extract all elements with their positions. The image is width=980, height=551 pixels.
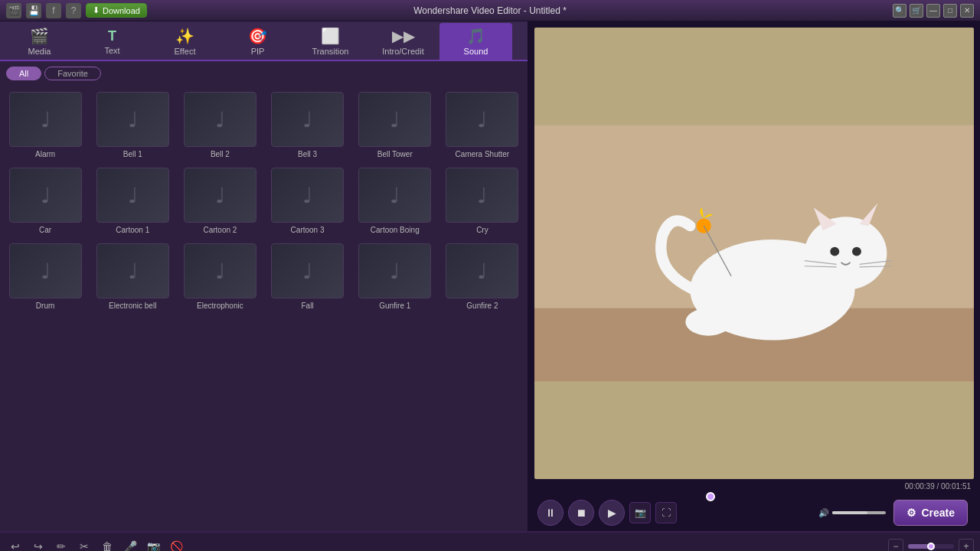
zoom-in-button[interactable]: +	[959, 539, 974, 552]
tab-sound[interactable]: 🎵 Sound	[439, 23, 512, 60]
sound-item-camera-shutter[interactable]: ♩ Camera Shutter	[440, 89, 524, 161]
sound-item-cry[interactable]: ♩ Cry	[440, 165, 524, 237]
sound-thumb: ♩	[446, 92, 518, 147]
app-title: Wondershare Video Editor - Untitled *	[413, 5, 567, 16]
music-note-icon: ♩	[302, 183, 312, 208]
tab-intro-label: Intro/Credit	[382, 47, 423, 56]
download-button[interactable]: ⬇ Download	[86, 3, 147, 18]
sound-thumb: ♩	[358, 168, 431, 223]
save-icon[interactable]: 💾	[26, 3, 41, 18]
create-button[interactable]: ⚙ Create	[893, 500, 968, 526]
sound-label: Bell 2	[211, 150, 230, 158]
video-preview	[534, 28, 974, 479]
undo-button[interactable]: ↩	[6, 537, 24, 552]
record-button[interactable]: 🎤	[121, 537, 139, 552]
tab-effect[interactable]: ✨ Effect	[149, 23, 221, 60]
minimize-button[interactable]: —	[926, 4, 940, 18]
fullscreen-button[interactable]: ⛶	[655, 502, 677, 523]
snapshot-tl-button[interactable]: 📷	[144, 537, 162, 552]
pause-button[interactable]: ⏸	[537, 500, 564, 526]
tab-pip[interactable]: 🎯 PIP	[221, 23, 294, 60]
music-note-icon: ♩	[128, 259, 138, 284]
tab-text[interactable]: T Text	[76, 23, 149, 60]
snapshot-button[interactable]: 📷	[629, 502, 651, 523]
time-display: 00:00:39 / 00:01:51	[534, 482, 974, 491]
delete-button[interactable]: 🗑	[98, 537, 116, 552]
help-icon[interactable]: ?	[66, 3, 81, 18]
sound-item-car[interactable]: ♩ Car	[3, 165, 87, 237]
pip-icon: 🎯	[248, 27, 267, 45]
search-button[interactable]: 🔍	[893, 4, 906, 18]
sound-item-bell-3[interactable]: ♩ Bell 3	[265, 89, 349, 161]
tab-intro[interactable]: ▶▶ Intro/Credit	[367, 23, 439, 60]
tab-media[interactable]: 🎬 Media	[3, 23, 76, 60]
music-note-icon: ♩	[128, 183, 138, 208]
player-buttons: ⏸ ⏹ ▶ 📷 ⛶ 🔊 ⚙ Create	[534, 497, 974, 529]
music-note-icon: ♩	[390, 183, 400, 208]
close-button[interactable]: ✕	[960, 4, 974, 18]
edit-button[interactable]: ✏	[52, 537, 70, 552]
sound-item-bell-1[interactable]: ♩ Bell 1	[90, 89, 175, 161]
filter-favorite-button[interactable]: Favorite	[44, 67, 101, 80]
sound-icon: 🎵	[466, 27, 485, 45]
sound-item-cartoon-1[interactable]: ♩ Cartoon 1	[90, 165, 175, 237]
music-note-icon: ♩	[215, 107, 225, 132]
music-note-icon: ♩	[477, 183, 487, 208]
sound-item-bell-tower[interactable]: ♩ Bell Tower	[353, 89, 437, 161]
volume-area: 🔊	[818, 508, 886, 518]
music-note-icon: ♩	[215, 183, 225, 208]
zoom-out-button[interactable]: −	[888, 539, 903, 552]
sound-label: Cry	[476, 226, 488, 234]
remove-button[interactable]: 🚫	[167, 537, 185, 552]
sound-thumb: ♩	[358, 92, 431, 147]
volume-icon: 🔊	[818, 508, 829, 518]
transition-icon: ⬜	[321, 27, 340, 45]
intro-icon: ▶▶	[392, 27, 415, 45]
svg-point-3	[805, 217, 887, 290]
sound-item-drum[interactable]: ♩ Drum	[3, 240, 87, 313]
app-logo: 🎬	[6, 3, 21, 18]
sound-label: Bell 1	[123, 150, 142, 158]
create-label: Create	[921, 507, 955, 519]
sound-item-gunfire-2[interactable]: ♩ Gunfire 2	[440, 240, 524, 313]
sound-item-cartoon-2[interactable]: ♩ Cartoon 2	[178, 165, 262, 237]
sound-grid: ♩ Alarm ♩ Bell 1 ♩ Bell 2 ♩ Bell 3 ♩ Bel…	[0, 86, 528, 531]
volume-slider[interactable]	[832, 511, 886, 514]
filter-all-button[interactable]: All	[6, 67, 41, 80]
svg-point-13	[734, 315, 775, 337]
stop-button[interactable]: ⏹	[568, 500, 594, 526]
tab-bar: 🎬 Media T Text ✨ Effect 🎯 PIP ⬜ Transiti…	[0, 21, 528, 61]
sound-item-gunfire-1[interactable]: ♩ Gunfire 1	[353, 240, 437, 313]
cut-button[interactable]: ✂	[75, 537, 93, 552]
zoom-slider[interactable]	[908, 544, 954, 549]
sound-item-bell-2[interactable]: ♩ Bell 2	[178, 89, 262, 161]
sound-item-cartoon-3[interactable]: ♩ Cartoon 3	[265, 165, 349, 237]
download-arrow-icon: ⬇	[93, 5, 100, 15]
sound-thumb: ♩	[96, 168, 169, 223]
svg-point-14	[697, 219, 711, 233]
preview-controls: 00:00:39 / 00:01:51 ⏸ ⏹ ▶ 📷 ⛶ 🔊	[534, 479, 974, 525]
facebook-icon[interactable]: f	[46, 3, 61, 18]
sound-thumb: ♩	[271, 243, 344, 298]
music-note-icon: ♩	[215, 259, 225, 284]
sound-label: Drum	[36, 302, 54, 310]
window-controls: 🔍 🛒 — □ ✕	[893, 4, 974, 18]
sound-thumb: ♩	[446, 168, 518, 223]
sound-item-cartoon-boing[interactable]: ♩ Cartoon Boing	[353, 165, 437, 237]
sound-item-electronic-bell[interactable]: ♩ Electronic bell	[90, 240, 175, 313]
redo-button[interactable]: ↪	[29, 537, 47, 552]
sound-item-fall[interactable]: ♩ Fall	[265, 240, 349, 313]
sound-label: Fall	[302, 302, 314, 310]
sound-thumb: ♩	[9, 243, 82, 298]
play-button[interactable]: ▶	[599, 500, 625, 526]
tab-effect-label: Effect	[175, 47, 196, 56]
cart-button[interactable]: 🛒	[910, 4, 923, 18]
svg-point-7	[852, 247, 861, 256]
cat-image	[534, 28, 974, 479]
sound-item-electrophonic[interactable]: ♩ Electrophonic	[178, 240, 262, 313]
sound-item-alarm[interactable]: ♩ Alarm	[3, 89, 87, 161]
filter-bar: All Favorite	[0, 61, 528, 86]
maximize-button[interactable]: □	[943, 4, 957, 18]
sound-thumb: ♩	[9, 92, 82, 147]
tab-transition[interactable]: ⬜ Transition	[294, 23, 367, 60]
